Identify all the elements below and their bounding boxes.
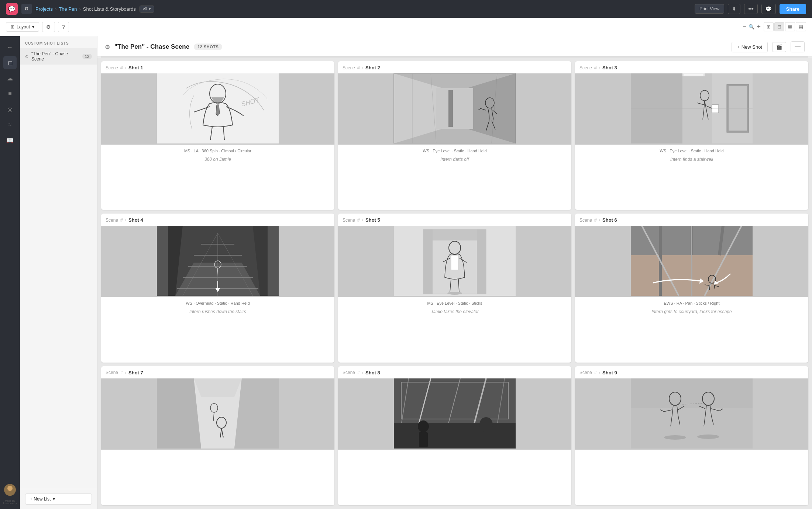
shot-list-panel: Custom Shot Lists ⊙ "The Pen" - Chase Sc… [20, 36, 97, 509]
zoom-out-button[interactable]: − [743, 23, 747, 31]
shot-thumbnail-7 [101, 378, 334, 450]
shot-thumbnail-1: SHOT [101, 73, 334, 145]
shot-card-3: Scene # › Shot 3 [575, 61, 808, 210]
avatar[interactable] [4, 484, 16, 496]
version-badge[interactable]: v0 ▾ [140, 6, 154, 13]
shot-card-1-meta: MS · LA · 360 Spin · Gimbal / Circular [101, 145, 334, 155]
shot-card-6: Scene # › Shot 6 [575, 214, 808, 362]
breadcrumb-sep2: › [79, 6, 80, 12]
zoom-icon: 🔍 [749, 24, 754, 30]
svg-rect-82 [481, 432, 492, 449]
svg-rect-77 [394, 423, 516, 449]
shot-list-item-label: "The Pen" - Chase Scene [31, 51, 79, 62]
shot-card-6-header: Scene # › Shot 6 [575, 214, 808, 226]
shot-card-4: Scene # › Shot 4 [101, 214, 334, 362]
new-shot-button[interactable]: + New Shot [732, 42, 768, 52]
shot-card-4-desc: Intern rushes down the stairs [101, 308, 334, 319]
brand-logo: G [21, 4, 32, 14]
shot-card-2: Scene # › Shot 2 [338, 61, 571, 210]
sidebar-book-icon[interactable]: 📖 [3, 134, 17, 147]
view-filmstrip[interactable]: ▤ [796, 22, 806, 31]
shot-card-1: Scene # › Shot 1 [101, 61, 334, 210]
zoom-in-button[interactable]: + [757, 23, 761, 31]
new-list-chevron: ▾ [53, 496, 55, 502]
more-options-button[interactable]: ••• [744, 4, 758, 14]
shot-card-9-desc [575, 456, 808, 462]
breadcrumb-thepen[interactable]: The Pen [59, 6, 77, 12]
svg-rect-80 [419, 432, 428, 447]
settings-button[interactable]: ⚙ [42, 22, 55, 32]
shot-card-8-desc [338, 456, 571, 462]
layout-button[interactable]: ⊞ Layout ▾ [6, 22, 39, 32]
shot-card-9-meta [575, 450, 808, 456]
svg-rect-46 [477, 229, 486, 294]
svg-rect-85 [631, 408, 753, 449]
svg-marker-65 [157, 378, 201, 449]
shot-card-1-desc: 360 on Jamie [101, 155, 334, 166]
svg-rect-48 [451, 255, 458, 270]
view-grid-large[interactable]: ⊠ [785, 22, 795, 31]
scene-icon: ⚙ [105, 44, 110, 51]
shot-card-5-header: Scene # › Shot 5 [338, 214, 571, 226]
shot-card-7-header: Scene # › Shot 7 [101, 366, 334, 378]
download-button[interactable]: ⬇ [728, 4, 740, 14]
breadcrumb-projects[interactable]: Projects [35, 6, 53, 12]
shot-list-item-icon: ⊙ [25, 54, 28, 59]
shot-card-9: Scene # › Shot 9 [575, 366, 808, 505]
svg-marker-66 [234, 378, 279, 449]
shots-grid: Scene # › Shot 1 [97, 58, 812, 509]
breadcrumb: Projects › The Pen › Shot Lists & Storyb… [35, 6, 136, 12]
shot-card-6-meta: EWS · HA · Pan · Sticks / Right [575, 297, 808, 308]
shot-card-2-meta: WS · Eye Level · Static · Hand Held [338, 145, 571, 155]
svg-point-79 [418, 420, 429, 432]
shot-thumbnail-2 [338, 73, 571, 145]
svg-point-91 [697, 434, 719, 439]
main-content: ⚙ "The Pen" - Chase Scene 12 Shots + New… [97, 36, 812, 509]
shot-card-1-header: Scene # › Shot 1 [101, 61, 334, 73]
zoom-controls: − 🔍 + [743, 23, 761, 31]
shot-card-5: Scene # › Shot 5 [338, 214, 571, 362]
shot-list-item[interactable]: ⊙ "The Pen" - Chase Scene 12 [20, 48, 97, 65]
scene-filmstrip-button[interactable]: 🎬 [772, 42, 786, 52]
sidebar-cloud-icon[interactable]: ☁ [3, 72, 17, 85]
sidebar-list-icon[interactable]: ≡ [3, 87, 17, 100]
new-list-button[interactable]: + New List ▾ [25, 494, 92, 505]
sidebar-back-icon[interactable]: ← [3, 41, 17, 54]
scene-title: "The Pen" - Chase Scene [114, 43, 189, 51]
svg-rect-86 [631, 378, 753, 408]
shot-card-9-header: Scene # › Shot 9 [575, 366, 808, 378]
svg-marker-67 [194, 378, 242, 397]
shot-list-footer: + New List ▾ [20, 489, 97, 509]
shot-card-5-desc: Jamie takes the elevator [338, 308, 571, 319]
sidebar-target-icon[interactable]: ◎ [3, 103, 17, 116]
comment-button[interactable]: 💬 [761, 4, 776, 14]
shot-card-8: Scene # › Shot 8 [338, 366, 571, 505]
shot-card-7: Scene # › Shot 7 [101, 366, 334, 505]
shot-card-5-meta: MS · Eye Level · Static · Sticks [338, 297, 571, 308]
toolbar: ⊞ Layout ▾ ⚙ ? − 🔍 + ⊞ ⊟ ⊠ ▤ [0, 18, 812, 36]
shot-card-3-header: Scene # › Shot 3 [575, 61, 808, 73]
svg-rect-45 [423, 229, 433, 294]
sidebar-settings-icon[interactable]: ≈ [3, 118, 17, 131]
layout-chevron: ▾ [32, 24, 34, 30]
breadcrumb-sep1: › [55, 6, 56, 12]
breadcrumb-shotlists: Shot Lists & Storyboards [83, 6, 136, 12]
shot-card-7-meta [101, 450, 334, 456]
shot-card-3-meta: WS · Eye Level · Static · Hand Held [575, 145, 808, 155]
help-button[interactable]: ? [58, 22, 69, 32]
scene-divider-button[interactable]: — [791, 41, 805, 52]
shot-card-4-header: Scene # › Shot 4 [101, 214, 334, 226]
shots-badge: 12 Shots [194, 44, 222, 50]
view-grid-small[interactable]: ⊞ [764, 22, 774, 31]
svg-rect-10 [448, 90, 453, 127]
shot-card-2-desc: Intern darts off [338, 155, 571, 166]
shot-card-8-meta [338, 450, 571, 456]
view-grid-medium[interactable]: ⊟ [774, 22, 784, 31]
share-button[interactable]: Share [780, 4, 806, 14]
shot-card-7-desc [101, 456, 334, 462]
print-view-button[interactable]: Print View [695, 4, 724, 14]
top-navigation: 💬 G Projects › The Pen › Shot Lists & St… [0, 0, 812, 18]
svg-point-90 [664, 435, 686, 440]
shot-list-item-count: 12 [82, 54, 92, 59]
sidebar-storyboard-icon[interactable]: ◻ [3, 56, 17, 69]
